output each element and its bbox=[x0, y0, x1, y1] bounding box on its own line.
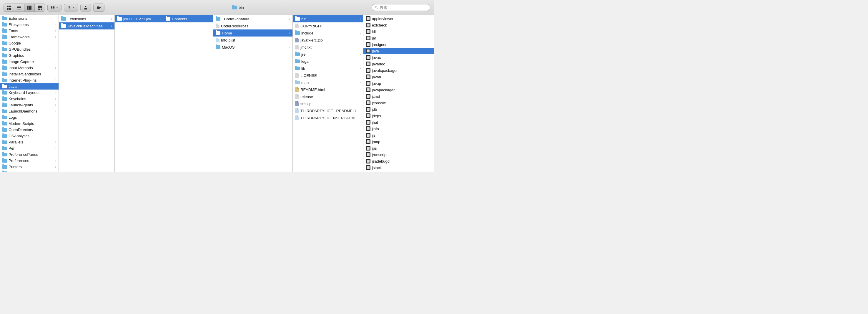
list-item[interactable]: InstallerSandboxes bbox=[0, 71, 59, 77]
list-item[interactable]: lib› bbox=[293, 65, 363, 72]
list-item[interactable]: Internet Plug-Ins› bbox=[0, 77, 59, 83]
list-item[interactable]: javafxpackager bbox=[363, 67, 434, 74]
list-item[interactable]: Extensions› bbox=[0, 15, 59, 22]
folder-icon bbox=[2, 73, 7, 76]
list-item[interactable]: jstack bbox=[363, 164, 434, 171]
list-item[interactable]: THIRDPARTYLICENSEREADME.txt bbox=[293, 114, 363, 121]
folder-icon bbox=[2, 48, 7, 51]
list-item[interactable]: jdeps bbox=[363, 113, 434, 119]
list-item[interactable]: THIRDPARTYLICE...README-JAVAFX.txt bbox=[293, 107, 363, 114]
list-view-button[interactable] bbox=[14, 4, 24, 11]
svg-rect-5 bbox=[17, 7, 21, 8]
list-item[interactable]: Frameworks› bbox=[0, 34, 59, 40]
list-item[interactable]: Modem Scripts bbox=[0, 120, 59, 127]
list-item[interactable]: Google bbox=[0, 40, 59, 46]
list-item[interactable]: Java› bbox=[0, 83, 59, 90]
list-item[interactable]: Fonts› bbox=[0, 28, 59, 34]
list-item[interactable]: release bbox=[293, 93, 363, 100]
list-item[interactable]: Preferences› bbox=[0, 158, 59, 164]
list-item[interactable]: jcmd bbox=[363, 93, 434, 99]
list-item[interactable]: OSAnalytics bbox=[0, 133, 59, 139]
list-item[interactable]: jstat bbox=[363, 171, 434, 172]
list-item[interactable]: javafx-src.zip bbox=[293, 36, 363, 44]
list-item[interactable]: Info.plist bbox=[213, 36, 292, 44]
gallery-view-button[interactable] bbox=[35, 4, 45, 11]
list-item[interactable]: appletviewer bbox=[363, 15, 434, 22]
icon-view-button[interactable] bbox=[4, 4, 14, 11]
list-item[interactable]: JavaVirtualMachines› bbox=[59, 22, 115, 29]
list-item[interactable]: jdk1.8.0_271.jdk› bbox=[115, 15, 163, 22]
list-item[interactable]: idlj bbox=[363, 28, 434, 35]
list-item[interactable]: _CodeSignature› bbox=[213, 15, 292, 22]
list-item[interactable]: PrivilegedHelperTools› bbox=[0, 170, 59, 172]
list-item[interactable]: java bbox=[363, 48, 434, 54]
title-folder-icon bbox=[232, 6, 237, 9]
list-item[interactable]: jmap bbox=[363, 138, 434, 145]
list-item[interactable]: src.zip bbox=[293, 100, 363, 107]
svg-rect-7 bbox=[27, 6, 29, 10]
list-item[interactable]: LaunchAgents› bbox=[0, 102, 59, 108]
list-item[interactable]: Input Methods› bbox=[0, 65, 59, 71]
list-item[interactable]: GPUBundles bbox=[0, 46, 59, 52]
folder-icon bbox=[2, 60, 7, 64]
list-item[interactable]: jar bbox=[363, 35, 434, 41]
search-input[interactable] bbox=[380, 5, 427, 10]
list-item[interactable]: PreferencePanes› bbox=[0, 151, 59, 158]
list-item[interactable]: Keychains› bbox=[0, 96, 59, 102]
list-item[interactable]: javah bbox=[363, 74, 434, 80]
list-item[interactable]: jps bbox=[363, 145, 434, 151]
list-item[interactable]: LICENSE bbox=[293, 72, 363, 79]
list-item[interactable]: javap bbox=[363, 80, 434, 87]
item-label: MacOS bbox=[222, 45, 288, 50]
list-item[interactable]: man› bbox=[293, 79, 363, 86]
folder-icon bbox=[2, 122, 7, 125]
item-label: Graphics bbox=[8, 53, 54, 58]
chevron-icon: › bbox=[360, 53, 361, 56]
exec-icon bbox=[366, 23, 370, 27]
list-item[interactable]: README.html bbox=[293, 86, 363, 93]
list-item[interactable]: CodeResources bbox=[213, 22, 292, 29]
svg-rect-6 bbox=[17, 9, 21, 9]
list-item[interactable]: jhat bbox=[363, 119, 434, 125]
list-item[interactable]: Keyboard Layouts› bbox=[0, 90, 59, 96]
list-item[interactable]: javapackager bbox=[363, 87, 434, 93]
list-item[interactable]: Filesystems› bbox=[0, 22, 59, 28]
list-item[interactable]: jre› bbox=[293, 51, 363, 58]
list-item[interactable]: Logs bbox=[0, 114, 59, 120]
action-button[interactable] bbox=[64, 4, 78, 11]
list-item[interactable]: jsadebugd bbox=[363, 158, 434, 164]
list-item[interactable]: jrunscript bbox=[363, 151, 434, 158]
list-item[interactable]: jinfo bbox=[363, 125, 434, 132]
list-item[interactable]: jdb bbox=[363, 106, 434, 113]
list-item[interactable]: Parallels› bbox=[0, 139, 59, 145]
list-item[interactable]: legal bbox=[293, 58, 363, 65]
list-item[interactable]: LaunchDaemons› bbox=[0, 108, 59, 114]
list-item[interactable]: jarsigner bbox=[363, 41, 434, 48]
list-item[interactable]: Perl› bbox=[0, 145, 59, 151]
search-box[interactable] bbox=[372, 4, 431, 11]
list-item[interactable]: include› bbox=[293, 29, 363, 36]
list-item[interactable]: jjs bbox=[363, 132, 434, 138]
group-button[interactable] bbox=[48, 4, 62, 11]
tag-button[interactable] bbox=[93, 3, 104, 12]
chevron-icon: › bbox=[55, 23, 56, 26]
column-view-button[interactable] bbox=[24, 4, 35, 11]
list-item[interactable]: javac bbox=[363, 54, 434, 61]
list-item[interactable]: jmc.txt bbox=[293, 44, 363, 51]
list-item[interactable]: bin› bbox=[293, 15, 363, 22]
list-item[interactable]: COPYRIGHT bbox=[293, 22, 363, 29]
list-item[interactable]: Image Capture bbox=[0, 59, 59, 65]
folder-icon bbox=[2, 17, 7, 20]
list-item[interactable]: javadoc bbox=[363, 61, 434, 67]
list-item[interactable]: Graphics› bbox=[0, 52, 59, 59]
list-item[interactable]: Extensions› bbox=[59, 15, 115, 22]
list-item[interactable]: Home› bbox=[213, 29, 292, 36]
list-item[interactable]: Printers› bbox=[0, 164, 59, 170]
list-item[interactable]: Contents› bbox=[163, 15, 213, 22]
share-button[interactable] bbox=[80, 4, 91, 11]
list-item[interactable]: extcheck bbox=[363, 22, 434, 28]
exec-icon bbox=[366, 107, 370, 112]
list-item[interactable]: MacOS› bbox=[213, 44, 292, 51]
list-item[interactable]: jconsole bbox=[363, 99, 434, 106]
list-item[interactable]: OpenDirectory bbox=[0, 127, 59, 133]
